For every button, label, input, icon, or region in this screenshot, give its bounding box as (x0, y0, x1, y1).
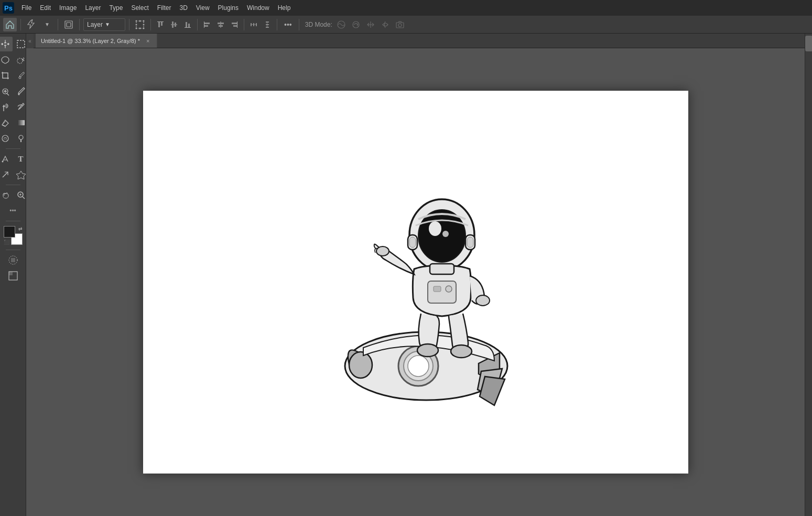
transform-controls[interactable] (133, 18, 147, 31)
tool-group-hand (0, 188, 28, 202)
align-right-edges[interactable] (229, 19, 240, 30)
document-canvas[interactable] (143, 91, 688, 474)
tool-group-blur (0, 131, 28, 146)
path-selection-tool[interactable] (0, 167, 13, 182)
align-top-edges[interactable] (155, 19, 166, 30)
3d-pan-button[interactable] (365, 19, 376, 30)
align-horizontal-centers[interactable] (215, 19, 226, 30)
svg-rect-4 (136, 21, 144, 28)
move-tool[interactable] (0, 37, 13, 51)
svg-rect-71 (430, 264, 454, 274)
menu-3d[interactable]: 3D (176, 3, 191, 13)
menu-view[interactable]: View (192, 3, 213, 13)
hand-tool[interactable] (0, 188, 13, 202)
document-tab[interactable]: Untitled-1 @ 33.3% (Layer 2, Gray/8) * × (36, 34, 157, 48)
separator-2 (58, 19, 58, 30)
svg-rect-18 (175, 23, 176, 27)
svg-point-65 (429, 221, 441, 236)
menu-file[interactable]: File (18, 3, 35, 13)
toolbar-divider-1 (6, 148, 20, 149)
distribute-vertical[interactable] (262, 19, 273, 30)
right-scrollbar[interactable] (805, 34, 812, 516)
svg-rect-70 (467, 237, 473, 248)
eraser-tool[interactable] (0, 115, 13, 130)
svg-rect-57 (9, 272, 13, 275)
svg-point-52 (2, 161, 3, 163)
svg-point-40 (353, 22, 359, 28)
3d-orbit-button[interactable] (380, 19, 391, 30)
document-tab-close-button[interactable]: × (144, 37, 151, 45)
svg-point-5 (136, 20, 137, 22)
svg-point-78 (451, 345, 472, 358)
menu-edit[interactable]: Edit (36, 3, 55, 13)
scrollbar-thumb[interactable] (805, 36, 812, 51)
tool-group-crop (0, 68, 28, 83)
clone-stamp-tool[interactable] (0, 100, 13, 114)
svg-rect-3 (67, 23, 71, 27)
menu-filter[interactable]: Filter (154, 3, 175, 13)
svg-point-7 (143, 20, 145, 22)
foreground-color-swatch[interactable] (4, 226, 15, 238)
align-left-edges[interactable] (201, 19, 213, 30)
more-options-button[interactable]: ••• (281, 19, 295, 30)
layer-mode-dropdown[interactable]: Layer ▼ (83, 18, 125, 31)
options-bar: ▼ Layer ▼ (0, 16, 812, 34)
svg-rect-19 (185, 27, 191, 28)
move-tool-options[interactable]: ▼ (40, 18, 54, 31)
color-swatches[interactable]: ⇄ ⬛ (4, 226, 23, 245)
layers-icon[interactable] (62, 18, 75, 31)
tool-group-pen: T (0, 152, 28, 166)
auto-select-toggle[interactable] (25, 18, 38, 31)
svg-point-42 (398, 24, 402, 27)
align-bottom-edges[interactable] (182, 19, 193, 30)
3d-mode-section: 3D Mode: (305, 19, 406, 30)
menu-layer[interactable]: Layer (81, 3, 104, 13)
tool-group-healing (0, 84, 28, 99)
separator-3 (79, 19, 80, 30)
svg-rect-26 (218, 23, 224, 24)
pen-tool[interactable] (0, 152, 13, 166)
tool-group-stamp (0, 100, 28, 114)
menu-plugins[interactable]: Plugins (214, 3, 242, 13)
svg-rect-24 (204, 25, 208, 27)
separator-7 (244, 19, 244, 30)
menu-type[interactable]: Type (105, 3, 126, 13)
svg-rect-2 (65, 21, 72, 28)
svg-rect-55 (11, 258, 15, 262)
separator-5 (150, 19, 151, 30)
menu-image[interactable]: Image (56, 3, 80, 13)
menu-help[interactable]: Help (274, 3, 295, 13)
screen-mode-button[interactable] (6, 268, 20, 283)
crop-tool[interactable] (0, 68, 13, 83)
menu-window[interactable]: Window (243, 3, 273, 13)
svg-rect-14 (158, 22, 160, 27)
healing-brush-tool[interactable] (0, 84, 13, 99)
svg-point-8 (136, 24, 137, 25)
svg-point-47 (18, 94, 19, 95)
tool-group-move (0, 37, 28, 51)
svg-point-48 (5, 105, 7, 107)
menu-select[interactable]: Select (127, 3, 152, 13)
tab-bar: Untitled-1 @ 33.3% (Layer 2, Gray/8) * × (34, 34, 805, 48)
quick-mask-button[interactable] (6, 253, 20, 267)
3d-camera-button[interactable] (394, 19, 406, 30)
reset-colors-button[interactable]: ⬛ (4, 240, 9, 245)
swap-colors-button[interactable]: ⇄ (18, 226, 23, 231)
separator-1 (20, 19, 21, 30)
svg-point-74 (446, 286, 452, 292)
svg-rect-73 (434, 286, 441, 292)
align-vertical-centers[interactable] (168, 19, 180, 30)
more-tools-button[interactable]: ••• (6, 203, 20, 218)
svg-rect-38 (267, 22, 267, 28)
home-button[interactable] (3, 18, 17, 31)
left-toolbar: T (0, 34, 26, 516)
distribute-horizontal[interactable] (248, 19, 259, 30)
svg-rect-49 (17, 120, 25, 125)
3d-rotate-button[interactable] (335, 19, 347, 30)
blur-tool[interactable] (0, 131, 13, 146)
3d-roll-button[interactable] (350, 19, 362, 30)
separator-9 (299, 19, 299, 30)
lasso-tool[interactable] (0, 52, 13, 67)
workspace: T (0, 34, 812, 516)
document-tab-title: Untitled-1 @ 33.3% (Layer 2, Gray/8) * (41, 38, 140, 44)
